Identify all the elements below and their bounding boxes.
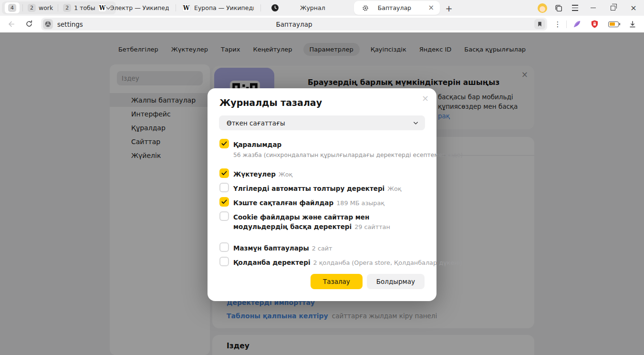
spacer [219, 235, 426, 242]
item-label: Үлгілерді автоматты толтыру деректері [233, 185, 384, 192]
more-icon[interactable]: ⋮ [552, 16, 563, 32]
clear-button[interactable]: Тазалау [311, 274, 363, 289]
tab-group-work[interactable]: 2 work [26, 2, 55, 13]
downloads-icon[interactable] [625, 16, 640, 32]
tab-europa-wikipedia[interactable]: W Еуропа — Уикипедия [177, 0, 259, 16]
url-field[interactable]: settings Баптаулар [41, 18, 547, 31]
item-subtitle: 56 жазба (синхрондалатын құрылғылардағы … [233, 151, 463, 160]
tab-title: Баптаулар [378, 4, 411, 11]
protect-shield-icon[interactable] [587, 16, 602, 32]
tab-settings[interactable]: Баптаулар × [354, 1, 440, 15]
divider [260, 4, 261, 11]
tab-group-count: 2 [28, 4, 36, 12]
item-annotation: Жоқ [387, 185, 401, 192]
list-item: Cookie файлдары және сайттар мен модульд… [219, 211, 426, 231]
item-label: Cookie файлдары және сайттар мен модульд… [233, 213, 369, 230]
item-label: Жүктеулер [233, 170, 276, 178]
dialog-close-icon[interactable]: × [422, 93, 429, 103]
tab-title: Еуропа — Уикипедия [194, 4, 254, 11]
tab-group-1-toby[interactable]: 2 1 тобы [61, 2, 97, 13]
clock-icon [271, 4, 279, 12]
divider [566, 21, 567, 28]
dialog-title: Журналды тазалау [219, 97, 322, 108]
tab-title: Журнал [300, 4, 325, 11]
list-item: ЖүктеулерЖоқ [219, 168, 426, 179]
cancel-button[interactable]: Болдырмау [367, 274, 425, 289]
checkbox-content-settings[interactable] [219, 242, 229, 252]
divider [22, 4, 23, 11]
tab-group-count: 2 [63, 4, 71, 12]
tab-group-current[interactable]: 4 [5, 2, 20, 13]
tab-journal[interactable]: Журнал [263, 0, 350, 16]
reload-icon[interactable] [25, 20, 33, 30]
item-annotation: 29 сайттан [354, 223, 390, 230]
list-item: Қаралымдар 56 жазба (синхрондалатын құры… [219, 139, 426, 160]
wikipedia-favicon: W [182, 4, 190, 12]
list-item: Үлгілерді автоматты толтыру деректеріЖоқ [219, 183, 426, 193]
close-window-button[interactable]: × [623, 0, 644, 16]
list-item: Қолданба деректері2 қолданба (Opera stor… [219, 257, 426, 267]
time-range-select[interactable]: Өткен сағаттағы [219, 115, 425, 130]
item-annotation: 2 сайт [312, 245, 332, 252]
new-tab-button[interactable]: + [443, 2, 455, 14]
tab-electr-wikipedia[interactable]: W Электр — Уикипедия [93, 0, 174, 16]
tab-title: Электр — Уикипедия [110, 4, 169, 11]
divider [176, 4, 176, 11]
clear-history-dialog: Журналды тазалау × Өткен сағаттағы Қарал… [208, 88, 436, 301]
tab-bar: 4 2 work 2 1 тобы W Электр — Уикипедия W… [0, 0, 644, 16]
extension-feather-icon[interactable] [570, 16, 584, 32]
back-icon[interactable] [7, 20, 16, 31]
battery-icon[interactable] [605, 16, 622, 32]
item-annotation: Жоқ [279, 171, 292, 178]
item-label: Мазмұн баптаулары [233, 244, 309, 252]
spacer [219, 160, 426, 168]
profile-avatar[interactable] [534, 0, 551, 16]
item-label: Қаралымдар [233, 141, 281, 148]
chevron-down-icon [413, 121, 418, 125]
tab-group-label: work [39, 4, 53, 11]
restore-button[interactable] [603, 0, 623, 16]
address-bar: settings Баптаулар ⋮ [0, 16, 644, 32]
item-annotation: 2 қолданба (Opera store, Қолданбалар дүк… [313, 259, 463, 266]
checkbox-cookies[interactable] [219, 211, 229, 221]
item-label: Кэште сақталған файлдар [233, 199, 333, 207]
checkbox-history[interactable] [219, 139, 229, 148]
clear-items-list: Қаралымдар 56 жазба (синхрондалатын құры… [219, 139, 426, 271]
list-item: Мазмұн баптаулары2 сайт [219, 242, 426, 253]
divider [58, 4, 58, 11]
list-item: Кэште сақталған файлдар189 МБ азырақ [219, 197, 426, 208]
checkbox-app-data[interactable] [219, 257, 229, 266]
tab-group-count: 4 [8, 4, 16, 12]
checkbox-cache[interactable] [219, 197, 229, 207]
tab-group-label: 1 тобы [74, 4, 95, 11]
panels-icon[interactable] [551, 0, 567, 16]
item-annotation: 189 МБ азырақ [336, 199, 384, 207]
close-tab-icon[interactable]: × [428, 4, 434, 11]
time-range-value: Өткен сағаттағы [227, 119, 285, 127]
item-label: Қолданба деректері [233, 259, 311, 266]
minimize-button[interactable] [583, 0, 603, 16]
wikipedia-favicon: W [98, 4, 106, 12]
checkbox-downloads[interactable] [219, 168, 229, 178]
gear-icon [362, 4, 369, 12]
checkbox-autofill[interactable] [219, 183, 229, 192]
window-controls: × [534, 0, 644, 16]
address-bar-page-title: Баптаулар [41, 21, 547, 28]
menu-icon[interactable] [567, 0, 583, 16]
